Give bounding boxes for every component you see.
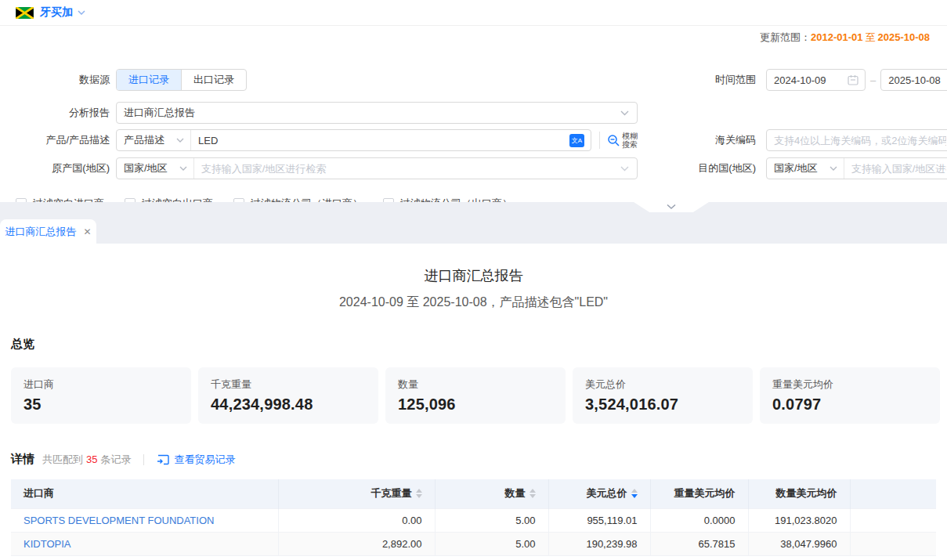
sort-icon[interactable] [416, 489, 422, 498]
tab-importer-summary-report[interactable]: 进口商汇总报告 ✕ [0, 219, 96, 244]
report-title: 进口商汇总报告 [0, 267, 947, 284]
match-summary: 共匹配到35条记录 [42, 453, 131, 467]
table-row: SPORTS DEVELOPMENT FOUNDATION 0.00 5.00 … [11, 508, 936, 532]
time-range-separator: – [870, 74, 876, 86]
report-select[interactable]: 进口商汇总报告 [116, 102, 638, 124]
time-range-start-box [766, 69, 866, 91]
col-usd-total[interactable]: 美元总价 [548, 479, 650, 508]
chevron-down-icon [176, 138, 184, 143]
chevron-down-icon [620, 166, 629, 172]
chevron-down-icon [620, 110, 629, 116]
report-content: 进口商汇总报告 2024-10-09 至 2025-10-08，产品描述包含"L… [0, 244, 947, 556]
chevron-down-icon [179, 166, 187, 171]
table-row: KIDTOPIA 2,892.00 5.00 190,239.98 65.781… [11, 532, 936, 555]
time-range-start-input[interactable] [767, 70, 848, 90]
magnifier-icon [607, 134, 620, 147]
time-range-end-box [880, 69, 947, 91]
view-trade-records-link[interactable]: 查看贸易记录 [157, 453, 235, 467]
hs-code-input[interactable] [767, 130, 947, 150]
sort-icon[interactable] [530, 489, 536, 498]
product-description-input[interactable] [191, 130, 569, 150]
time-range-label: 时间范围 [650, 73, 756, 87]
importer-link[interactable]: KIDTOPIA [23, 538, 70, 550]
jamaica-flag-icon [16, 7, 34, 19]
origin-type-select[interactable]: 国家/地区 [117, 158, 194, 179]
match-count: 35 [86, 453, 97, 465]
col-usd-per-qty: 数量美元均价 [748, 479, 850, 508]
divider [143, 454, 144, 465]
origin-label: 原产国(地区) [0, 161, 110, 175]
stat-card-usd-per-weight: 重量美元均价 0.0797 [760, 367, 940, 424]
product-label: 产品/产品描述 [0, 133, 110, 147]
origin-type-value: 国家/地区 [117, 161, 175, 175]
fuzzy-search-toggle[interactable]: 模糊 搜索 [599, 132, 638, 149]
origin-input-box: 国家/地区 [116, 157, 638, 179]
col-importer: 进口商 [11, 479, 278, 508]
translate-icon[interactable]: 文A [569, 134, 584, 147]
destination-label: 目的国(地区) [650, 161, 756, 175]
product-type-select[interactable]: 产品描述 [117, 130, 191, 150]
stat-card-usd-total: 美元总价 3,524,016.07 [573, 367, 753, 424]
chevron-down-icon [667, 204, 676, 210]
destination-type-value: 国家/地区 [767, 161, 825, 175]
fuzzy-search-label: 模糊 搜索 [622, 132, 638, 149]
stat-card-importers: 进口商 35 [11, 367, 191, 424]
col-usd-per-weight: 重量美元均价 [650, 479, 748, 508]
calendar-icon [848, 74, 858, 85]
top-bar: 牙买加 [0, 0, 947, 26]
detail-bar: 详情 共匹配到35条记录 查看贸易记录 [11, 452, 947, 467]
importer-link[interactable]: SPORTS DEVELOPMENT FOUNDATION [23, 515, 214, 526]
chevron-down-icon [830, 166, 837, 171]
product-type-value: 产品描述 [117, 133, 172, 147]
stat-card-quantity: 数量 125,096 [385, 367, 566, 424]
update-range-label: 更新范围： [760, 31, 811, 43]
destination-input-box: 国家/地区 [766, 157, 947, 179]
close-icon[interactable]: ✕ [83, 226, 91, 237]
sort-icon-active-desc[interactable] [631, 489, 638, 498]
col-empty [850, 479, 936, 508]
data-source-segmented: 进口记录 出口记录 [116, 69, 247, 91]
destination-type-select[interactable]: 国家/地区 [767, 158, 844, 179]
data-source-label: 数据源 [0, 73, 110, 87]
update-range-end: 2025-10-08 [878, 31, 931, 43]
destination-search-input[interactable] [844, 158, 947, 179]
time-range-end-input[interactable] [881, 70, 947, 90]
col-quantity[interactable]: 数量 [435, 479, 548, 508]
overview-heading: 总览 [11, 337, 947, 352]
collapse-panel-handle[interactable] [634, 202, 709, 212]
update-range-start: 2012-01-01 [811, 31, 863, 43]
product-input-box: 产品描述 文A [116, 129, 591, 151]
update-range-to: 至 [866, 31, 876, 43]
tab-export-records[interactable]: 出口记录 [181, 70, 246, 90]
report-select-value: 进口商汇总报告 [117, 106, 202, 120]
tab-import-records[interactable]: 进口记录 [117, 70, 181, 90]
hs-code-box [766, 129, 947, 151]
report-select-label: 分析报告 [0, 106, 110, 120]
overview-cards: 进口商 35 千克重量 44,234,998.48 数量 125,096 美元总… [0, 367, 947, 424]
tab-band: 进口商汇总报告 ✕ [0, 202, 947, 244]
update-range: 更新范围：2012-01-01至2025-10-08 [760, 31, 930, 45]
filter-panel: 更新范围：2012-01-01至2025-10-08 数据源 进口记录 出口记录… [0, 26, 947, 202]
country-selector-label[interactable]: 牙买加 [40, 5, 73, 20]
table-header-row: 进口商 千克重量 数量 美元总价 [11, 479, 936, 508]
report-subtitle: 2024-10-09 至 2025-10-08，产品描述包含"LED" [0, 294, 947, 311]
col-kg-weight[interactable]: 千克重量 [278, 479, 435, 508]
origin-search-input[interactable] [194, 158, 620, 179]
importer-table: 进口商 千克重量 数量 美元总价 [11, 479, 936, 556]
view-records-icon [157, 454, 169, 465]
detail-heading: 详情 [11, 452, 34, 467]
stat-card-kg-weight: 千克重量 44,234,998.48 [198, 367, 378, 424]
hs-code-label: 海关编码 [650, 133, 756, 147]
divider [599, 132, 600, 149]
country-chevron-down-icon[interactable] [78, 10, 85, 15]
